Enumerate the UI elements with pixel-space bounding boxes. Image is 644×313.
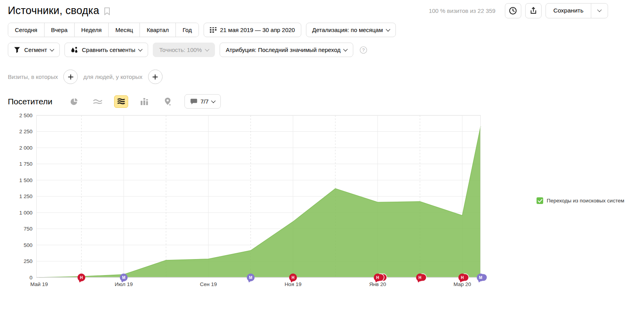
detalization-label: Детализация: по месяцам (312, 27, 383, 33)
comment-bubble-icon (190, 98, 197, 105)
people-filter-label: для людей, у которых (83, 73, 142, 80)
y-tick-label: 1 500 (19, 177, 32, 183)
y-tick-label: 1 250 (19, 193, 32, 199)
period-today-button[interactable]: Сегодня (8, 23, 45, 37)
chevron-down-icon (211, 98, 215, 103)
x-tick-label: Июл 19 (115, 281, 133, 287)
chart-type-columns-button[interactable] (138, 95, 152, 108)
y-tick-label: 750 (23, 226, 32, 232)
legend-label: Переходы из поисковых систем (547, 198, 624, 204)
y-tick-label: 2 250 (19, 129, 32, 134)
save-dropdown-button[interactable] (591, 4, 608, 18)
chevron-down-icon (50, 47, 54, 51)
export-icon (530, 7, 537, 14)
chevron-down-icon (343, 47, 348, 51)
segment-row: Сегмент Сравнить сегменты Точность: 100%… (8, 43, 644, 57)
x-tick-label: Сен 19 (200, 281, 216, 287)
page-title: Источники, сводка (8, 5, 99, 17)
save-button[interactable]: Сохранить (546, 4, 591, 18)
y-tick-label: 1 000 (19, 210, 32, 216)
chevron-down-icon (386, 27, 390, 31)
attribution-help-icon[interactable]: ? (360, 46, 367, 54)
area-chart-icon (117, 98, 125, 105)
add-visit-filter-button[interactable] (63, 70, 78, 84)
comments-button[interactable]: 7/7 (184, 94, 221, 109)
y-tick-label: 2 000 (19, 145, 32, 151)
chart-type-map-button[interactable] (161, 95, 175, 108)
annotation-letter: Н (419, 275, 421, 280)
period-segmented-control: Сегодня Вчера Неделя Месяц Квартал Год (8, 23, 199, 37)
chevron-down-icon (138, 47, 143, 51)
sources-summary-page: Источники, сводка 100 % визитов из 22 35… (0, 0, 644, 313)
attribution-label: Атрибуция: Последний значимый переход (226, 47, 341, 53)
funnel-icon (14, 47, 21, 53)
map-pin-icon (165, 98, 171, 106)
x-tick-label: Май 19 (30, 281, 48, 287)
drops-compare-icon (71, 47, 78, 53)
compare-segments-label: Сравнить сегменты (82, 47, 135, 53)
annotation-letter: Н (376, 275, 379, 280)
y-tick-label: 2 500 (19, 113, 32, 118)
bookmark-icon[interactable] (104, 7, 110, 15)
period-quarter-button[interactable]: Квартал (140, 23, 176, 37)
annotation-letter: Н (292, 275, 294, 280)
annotation-letter: Н (80, 275, 83, 280)
chart-type-pie-button[interactable] (67, 95, 81, 108)
date-range-label: 21 мая 2019 — 30 апр 2020 (220, 27, 295, 33)
chart-title: Посетители (8, 97, 52, 106)
pie-chart-icon (70, 97, 79, 106)
period-month-button[interactable]: Месяц (109, 23, 140, 37)
calendar-grid-icon (210, 27, 216, 33)
title-wrap: Источники, сводка (8, 5, 110, 17)
legend-checkbox-checked[interactable] (537, 197, 543, 204)
top-bar: Источники, сводка 100 % визитов из 22 35… (0, 0, 644, 17)
period-year-button[interactable]: Год (176, 23, 199, 37)
segment-button[interactable]: Сегмент (8, 43, 60, 57)
svg-text:?: ? (362, 47, 365, 52)
chart-type-line-button[interactable] (91, 95, 105, 108)
visits-summary: 100 % визитов из 22 359 (429, 7, 496, 14)
annotation-letter: М (249, 275, 252, 280)
accuracy-button[interactable]: Точность: 100% (153, 43, 215, 57)
x-tick-label: Янв 20 (369, 281, 386, 287)
column-chart-icon (141, 98, 148, 105)
annotation-letter: М (479, 275, 482, 280)
y-tick-label: 0 (29, 275, 32, 281)
chart-type-area-button[interactable] (114, 95, 128, 108)
attribution-button[interactable]: Атрибуция: Последний значимый переход (220, 43, 354, 57)
legend-item-search-traffic[interactable]: Переходы из поисковых систем (537, 197, 624, 204)
period-yesterday-button[interactable]: Вчера (45, 23, 75, 37)
visits-filter-label: Визиты, в которых (8, 73, 58, 80)
period-row: Сегодня Вчера Неделя Месяц Квартал Год 2… (8, 23, 644, 37)
period-week-button[interactable]: Неделя (75, 23, 109, 37)
detalization-button[interactable]: Детализация: по месяцам (306, 23, 396, 37)
comments-count: 7/7 (200, 98, 209, 105)
chevron-down-icon (597, 7, 601, 12)
segment-label: Сегмент (24, 47, 47, 53)
plus-icon (152, 74, 158, 80)
save-split-button: Сохранить (546, 3, 608, 18)
visitors-chart[interactable]: 02505007501 0001 2501 5001 7502 0002 250… (36, 115, 481, 277)
x-tick-label: Ноя 19 (284, 281, 301, 287)
x-tick-label: Мар 20 (453, 281, 471, 287)
clock-icon (509, 7, 517, 15)
y-tick-label: 1 750 (19, 161, 32, 167)
export-button[interactable] (525, 3, 542, 18)
filter-row: Визиты, в которых для людей, у которых (8, 70, 644, 84)
compare-segments-button[interactable]: Сравнить сегменты (64, 43, 148, 57)
date-range-button[interactable]: 21 мая 2019 — 30 апр 2020 (204, 23, 301, 37)
annotation-letter: Н (461, 275, 463, 280)
save-button-label: Сохранить (553, 7, 583, 14)
line-chart-icon (93, 98, 102, 105)
visitors-area-chart-svg[interactable]: 02505007501 0001 2501 5001 7502 0002 250… (36, 115, 481, 277)
add-people-filter-button[interactable] (148, 70, 163, 84)
y-tick-label: 500 (23, 242, 32, 248)
y-tick-label: 250 (23, 258, 32, 264)
plus-icon (68, 74, 74, 80)
top-right-cluster: 100 % визитов из 22 359 Сохранить (429, 3, 608, 18)
history-button[interactable] (505, 3, 521, 18)
chart-header: Посетители (8, 94, 644, 109)
annotation-letter: М (122, 275, 125, 280)
accuracy-label: Точность: 100% (159, 47, 202, 53)
chevron-down-icon (205, 47, 209, 51)
